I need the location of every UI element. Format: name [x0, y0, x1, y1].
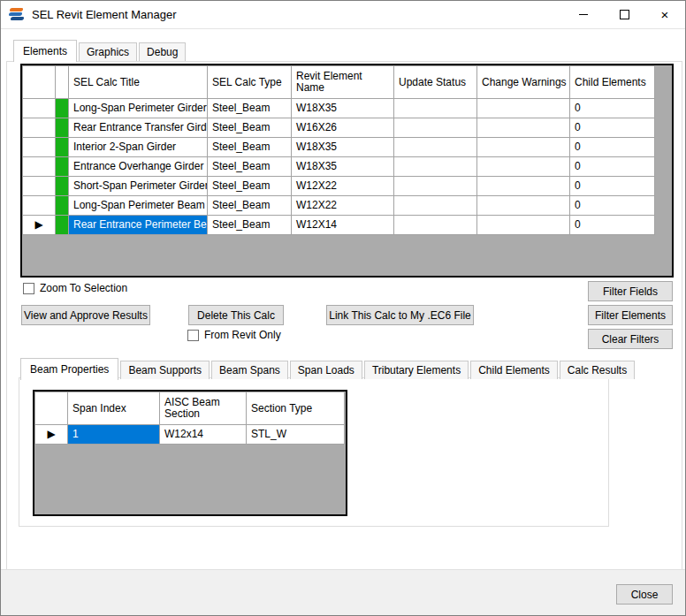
calc-type-cell[interactable]: Steel_Beam — [208, 138, 292, 157]
row-selector[interactable] — [23, 157, 56, 177]
calc-title-cell[interactable]: Rear Entrance Perimeter Beam — [69, 216, 208, 235]
table-row: Long-Span Perimeter GirderSteel_BeamW18X… — [23, 99, 655, 118]
from-revit-only-checkbox[interactable] — [187, 330, 199, 341]
status-cell[interactable] — [56, 177, 69, 196]
update-status-cell[interactable] — [394, 118, 477, 138]
calc-title-cell[interactable]: Rear Entrance Transfer Girder — [69, 118, 208, 138]
filter-elements-button[interactable]: Filter Elements — [588, 305, 673, 325]
detail-tab-calc-results[interactable]: Calc Results — [560, 361, 635, 379]
row-selector[interactable]: ▶ — [35, 425, 68, 445]
calc-type-cell[interactable]: Steel_Beam — [208, 177, 292, 196]
row-selector[interactable] — [23, 138, 56, 157]
col-revit-element-name[interactable]: Revit Element Name — [292, 66, 394, 99]
revit-name-cell[interactable]: W18X35 — [292, 157, 394, 177]
child-elements-cell[interactable]: 0 — [570, 138, 655, 157]
change-warnings-cell[interactable] — [477, 118, 570, 138]
col-change-warnings[interactable]: Change Warnings — [477, 66, 570, 99]
update-status-cell[interactable] — [394, 177, 477, 196]
child-elements-cell[interactable]: 0 — [570, 177, 655, 196]
child-elements-cell[interactable]: 0 — [570, 216, 655, 235]
calc-title-cell[interactable]: Entrance Overhange Girder — [69, 157, 208, 177]
change-warnings-cell[interactable] — [477, 216, 570, 235]
change-warnings-cell[interactable] — [477, 157, 570, 177]
filter-fields-button[interactable]: Filter Fields — [588, 281, 673, 301]
calc-type-cell[interactable]: Steel_Beam — [208, 99, 292, 118]
status-cell[interactable] — [56, 216, 69, 235]
update-status-cell[interactable] — [394, 157, 477, 177]
update-status-cell[interactable] — [394, 216, 477, 235]
status-column-header[interactable] — [56, 66, 69, 99]
beam-properties-grid[interactable]: Span IndexAISC Beam SectionSection Type▶… — [33, 390, 347, 516]
row-selector[interactable]: ▶ — [23, 216, 56, 235]
status-cell[interactable] — [56, 157, 69, 177]
col-sel-calc-title[interactable]: SEL Calc Title — [69, 66, 208, 99]
change-warnings-cell[interactable] — [477, 99, 570, 118]
tab-debug[interactable]: Debug — [139, 42, 186, 61]
calc-title-cell[interactable]: Long-Span Perimeter Girder — [69, 99, 208, 118]
clear-filters-button[interactable]: Clear Filters — [588, 329, 673, 349]
detail-tab-beam-supports[interactable]: Beam Supports — [120, 361, 210, 379]
col-span-index[interactable]: Span Index — [68, 392, 160, 425]
col-update-status[interactable]: Update Status — [394, 66, 477, 99]
detail-tab-span-loads[interactable]: Span Loads — [290, 361, 362, 379]
tab-elements[interactable]: Elements — [13, 40, 77, 62]
calc-type-cell[interactable]: Steel_Beam — [208, 118, 292, 138]
detail-tab-tributary-elements[interactable]: Tributary Elements — [364, 361, 469, 379]
section-type-cell[interactable]: STL_W — [247, 425, 345, 445]
caption-buttons: × — [563, 1, 685, 28]
child-elements-cell[interactable]: 0 — [570, 157, 655, 177]
row-selector[interactable] — [23, 99, 56, 118]
status-cell[interactable] — [56, 138, 69, 157]
col-sel-calc-type[interactable]: SEL Calc Type — [208, 66, 292, 99]
zoom-to-selection-label: Zoom To Selection — [40, 282, 127, 294]
revit-name-cell[interactable]: W12X22 — [292, 196, 394, 216]
row-selector[interactable] — [23, 118, 56, 138]
revit-name-cell[interactable]: W12X14 — [292, 216, 394, 235]
revit-name-cell[interactable]: W18X35 — [292, 99, 394, 118]
revit-name-cell[interactable]: W16X26 — [292, 118, 394, 138]
child-elements-cell[interactable]: 0 — [570, 196, 655, 216]
span-index-cell[interactable]: 1 — [68, 425, 160, 445]
child-elements-cell[interactable]: 0 — [570, 118, 655, 138]
zoom-to-selection-checkbox[interactable] — [23, 283, 34, 294]
link-calc-to-ec6-button[interactable]: Link This Calc to My .EC6 File — [326, 305, 474, 325]
calc-title-cell[interactable]: Short-Span Perimeter Girder — [69, 177, 208, 196]
zoom-to-selection-row: Zoom To Selection — [23, 282, 127, 294]
close-window-button[interactable]: × — [644, 1, 685, 28]
calc-type-cell[interactable]: Steel_Beam — [208, 157, 292, 177]
row-header[interactable] — [35, 392, 68, 425]
change-warnings-cell[interactable] — [477, 138, 570, 157]
detail-tab-beam-spans[interactable]: Beam Spans — [211, 361, 288, 379]
change-warnings-cell[interactable] — [477, 196, 570, 216]
status-cell[interactable] — [56, 118, 69, 138]
delete-this-calc-button[interactable]: Delete This Calc — [188, 305, 284, 325]
col-section-type[interactable]: Section Type — [247, 392, 345, 425]
col-child-elements[interactable]: Child Elements — [570, 66, 655, 99]
row-selector[interactable] — [23, 177, 56, 196]
close-button[interactable]: Close — [616, 584, 673, 605]
update-status-cell[interactable] — [394, 138, 477, 157]
calc-type-cell[interactable]: Steel_Beam — [208, 216, 292, 235]
detail-tab-beam-properties[interactable]: Beam Properties — [20, 358, 118, 380]
tab-graphics[interactable]: Graphics — [79, 42, 137, 61]
status-cell[interactable] — [56, 99, 69, 118]
status-cell[interactable] — [56, 196, 69, 216]
change-warnings-cell[interactable] — [477, 177, 570, 196]
view-and-approve-results-button[interactable]: View and Approve Results — [21, 305, 150, 325]
maximize-button[interactable] — [604, 1, 644, 28]
calc-title-cell[interactable]: Long-Span Perimeter Beam — [69, 196, 208, 216]
update-status-cell[interactable] — [394, 99, 477, 118]
row-selector[interactable] — [23, 196, 56, 216]
row-header[interactable] — [23, 66, 56, 99]
update-status-cell[interactable] — [394, 196, 477, 216]
revit-name-cell[interactable]: W12X22 — [292, 177, 394, 196]
detail-tab-child-elements[interactable]: Child Elements — [470, 361, 558, 379]
calc-title-cell[interactable]: Interior 2-Span Girder — [69, 138, 208, 157]
child-elements-cell[interactable]: 0 — [570, 99, 655, 118]
minimize-button[interactable] — [563, 1, 604, 28]
calc-type-cell[interactable]: Steel_Beam — [208, 196, 292, 216]
col-aisc-beam-section[interactable]: AISC Beam Section — [160, 392, 247, 425]
aisc-section-cell[interactable]: W12x14 — [160, 425, 247, 445]
elements-grid[interactable]: SEL Calc TitleSEL Calc TypeRevit Element… — [20, 64, 674, 278]
revit-name-cell[interactable]: W18X35 — [292, 138, 394, 157]
